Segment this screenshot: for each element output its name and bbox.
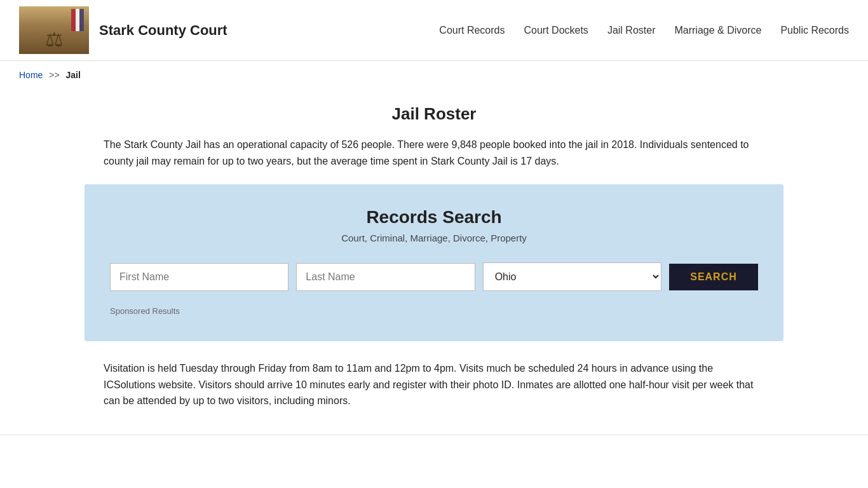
search-box-subtitle: Court, Criminal, Marriage, Divorce, Prop… <box>110 233 758 243</box>
state-select[interactable]: AlabamaAlaskaArizonaArkansasCaliforniaCo… <box>483 262 661 291</box>
search-button[interactable]: SEARCH <box>669 264 758 290</box>
breadcrumb-home-link[interactable]: Home <box>19 70 43 80</box>
nav-jail-roster[interactable]: Jail Roster <box>607 25 656 36</box>
page-footer <box>0 435 868 461</box>
site-title: Stark County Court <box>99 22 227 39</box>
nav-marriage-divorce[interactable]: Marriage & Divorce <box>674 25 761 36</box>
main-nav: Court Records Court Dockets Jail Roster … <box>439 25 849 36</box>
search-fields-row: AlabamaAlaskaArizonaArkansasCaliforniaCo… <box>110 262 758 291</box>
first-name-input[interactable] <box>110 263 288 291</box>
header-left: Stark County Court <box>19 6 227 54</box>
last-name-input[interactable] <box>296 263 475 291</box>
breadcrumb-current: Jail <box>66 70 81 80</box>
sponsored-results-label: Sponsored Results <box>110 306 758 316</box>
search-box-title: Records Search <box>110 207 758 227</box>
intro-paragraph: The Stark County Jail has an operational… <box>85 137 783 169</box>
search-box: Records Search Court, Criminal, Marriage… <box>85 184 783 341</box>
nav-public-records[interactable]: Public Records <box>780 25 849 36</box>
main-content: Jail Roster The Stark County Jail has an… <box>0 104 868 409</box>
site-logo <box>19 6 89 54</box>
nav-court-dockets[interactable]: Court Dockets <box>524 25 588 36</box>
nav-court-records[interactable]: Court Records <box>439 25 505 36</box>
visitation-paragraph: Visitation is held Tuesday through Frida… <box>85 360 783 409</box>
breadcrumb: Home >> Jail <box>0 61 868 89</box>
page-title: Jail Roster <box>0 104 868 124</box>
site-header: Stark County Court Court Records Court D… <box>0 0 868 61</box>
breadcrumb-separator: >> <box>49 70 59 80</box>
